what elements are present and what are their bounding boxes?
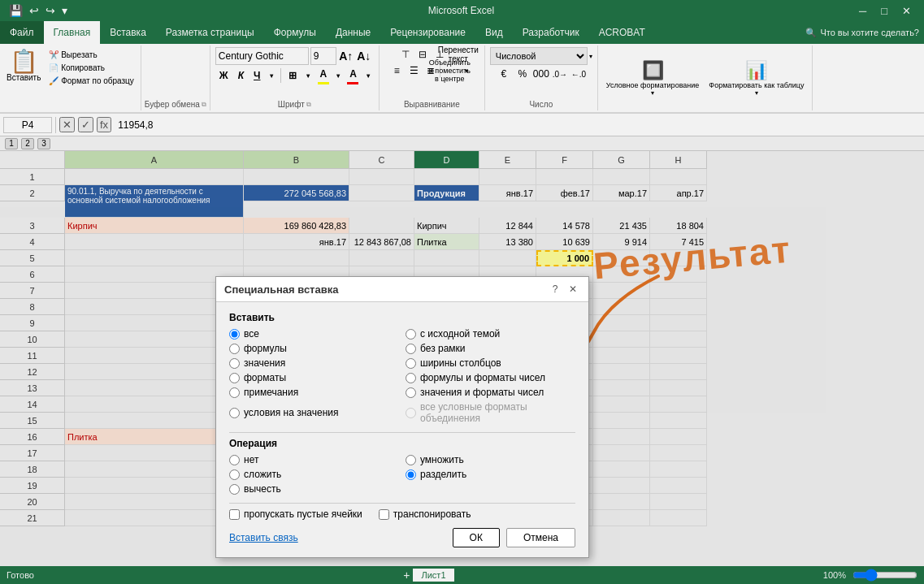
dialog-title: Специальная вставка (224, 283, 338, 296)
option-with-theme[interactable]: с исходной темой (406, 328, 575, 340)
option-formats[interactable]: форматы (229, 372, 399, 383)
option-value-formats[interactable]: значения и форматы чисел (406, 387, 575, 398)
option-all[interactable]: все (229, 328, 399, 340)
insert-section-title: Вставить (229, 312, 575, 323)
option-subtract[interactable]: вычесть (229, 483, 399, 495)
paste-link-button[interactable]: Вставить связь (229, 532, 298, 543)
option-formulas[interactable]: формулы (229, 343, 399, 354)
option-skip-blanks[interactable]: пропускать пустые ячейки (229, 508, 362, 520)
dialog-help-button[interactable]: ? (548, 282, 562, 296)
option-no-border[interactable]: без рамки (406, 343, 575, 354)
dialog-divider-2 (229, 503, 575, 504)
paste-special-dialog: Специальная вставка ? ✕ Вставить все с и… (215, 276, 589, 558)
option-transpose[interactable]: транспонировать (379, 508, 471, 520)
insert-options: все с исходной темой формулы без рамки з… (229, 328, 575, 424)
ok-button[interactable]: ОК (453, 528, 500, 547)
option-divide[interactable]: разделить (406, 469, 575, 480)
option-values[interactable]: значения (229, 357, 399, 369)
option-conditions[interactable]: условия на значения (229, 401, 399, 424)
dialog-titlebar: Специальная вставка ? ✕ (216, 277, 588, 302)
option-all-conditional: все условные форматы объединения (406, 401, 575, 424)
operation-section-title: Операция (229, 438, 575, 449)
operation-options: нет умножить сложить разделить вычесть (229, 454, 575, 495)
dialog-body: Вставить все с исходной темой формулы бе… (216, 302, 588, 557)
dialog-close-button[interactable]: ✕ (566, 282, 580, 296)
option-none[interactable]: нет (229, 454, 399, 465)
cancel-button[interactable]: Отмена (506, 528, 575, 547)
option-col-widths[interactable]: ширины столбцов (406, 357, 575, 369)
option-formula-formats[interactable]: формулы и форматы чисел (406, 372, 575, 383)
dialog-controls: ? ✕ (548, 282, 580, 296)
option-multiply[interactable]: умножить (406, 454, 575, 465)
dialog-divider-1 (229, 432, 575, 433)
option-notes[interactable]: примечания (229, 387, 399, 398)
option-add[interactable]: сложить (229, 469, 399, 480)
